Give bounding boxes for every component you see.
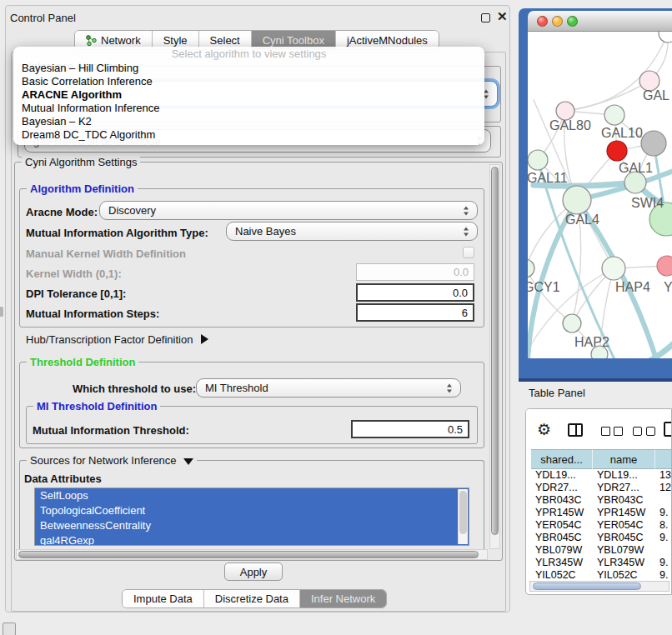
network-node[interactable] [641, 131, 666, 156]
list-scrollbar-thumb[interactable] [459, 491, 467, 534]
settings-vertical-scrollbar-thumb[interactable] [491, 167, 499, 535]
data-attributes-list[interactable]: SelfLoopsTopologicalCoefficientBetweenne… [34, 488, 469, 546]
export-table-icon[interactable] [664, 422, 672, 437]
table-row[interactable]: YLR345WYLR345W9. [531, 557, 672, 569]
table-cell[interactable]: 9. [655, 532, 672, 544]
algorithm-option-basic-correlation-inference[interactable]: Basic Correlation Inference [13, 75, 484, 88]
table-row[interactable]: YBL079WYBL079W [531, 544, 672, 557]
table-cell[interactable]: YBL079W [531, 544, 593, 557]
split-columns-icon[interactable] [568, 423, 583, 437]
list-scrollbar[interactable] [458, 489, 468, 544]
table-cell[interactable]: 9. [655, 569, 672, 582]
algorithm-option-aracne-algorithm[interactable]: ARACNE Algorithm [13, 88, 484, 102]
mi-type-combobox[interactable]: Naive Bayes [226, 222, 478, 241]
table-cell[interactable]: YBR043C [531, 494, 593, 507]
aracne-mode-combobox[interactable]: Discovery [99, 201, 478, 220]
select-all-icon[interactable] [614, 427, 623, 436]
kernel-width-field[interactable]: 0.0 [356, 263, 474, 281]
deselect-all-icon[interactable] [633, 427, 642, 436]
table-cell[interactable]: YDR27... [593, 482, 655, 494]
tab-infer-network[interactable]: Infer Network [299, 590, 386, 608]
network-node-gal11[interactable] [528, 150, 548, 170]
data-attribute-item-gal4rgexp[interactable]: gal4RGexp [35, 533, 469, 546]
close-icon[interactable]: ✕ [497, 9, 508, 24]
table-cell[interactable]: YPR145W [593, 507, 655, 519]
table-cell[interactable] [655, 544, 672, 557]
table-cell[interactable]: YBR045C [531, 532, 593, 544]
mi-threshold-field[interactable]: 0.5 [351, 420, 469, 438]
collapsed-arrow-icon[interactable] [201, 334, 208, 344]
table-cell[interactable] [655, 494, 672, 507]
table-horizontal-scrollbar-thumb[interactable] [533, 582, 641, 590]
table-column-header-shared[interactable]: shared... [531, 449, 593, 469]
hub-definition-toggle[interactable]: Hub/Transcription Factor Definition [26, 333, 208, 346]
which-threshold-combobox[interactable]: MI Threshold [196, 378, 461, 398]
algorithm-option-bayesian-k2[interactable]: Bayesian – K2 [13, 115, 484, 128]
table-column-header-name[interactable]: name [593, 449, 655, 469]
table-cell[interactable]: YER054C [593, 519, 655, 532]
select-all-icon[interactable] [601, 427, 610, 436]
table-cell[interactable]: 9. [655, 557, 672, 569]
table-cell[interactable]: YER054C [531, 519, 593, 532]
table-cell[interactable]: YDR27... [531, 482, 593, 494]
table-cell[interactable]: YPR145W [531, 507, 593, 519]
table-cell[interactable]: 8. [655, 519, 672, 532]
network-node-gal80[interactable] [556, 102, 574, 120]
tab-discretize-data[interactable]: Discretize Data [203, 590, 299, 608]
table-row[interactable]: YDL19...YDL19...13 [531, 469, 672, 482]
algorithm-option-dream8-dc-tdc-algorithm[interactable]: Dream8 DC_TDC Algorithm [13, 128, 484, 142]
float-window-icon[interactable] [481, 13, 490, 22]
corner-button[interactable] [3, 622, 16, 635]
network-node-y[interactable] [657, 256, 672, 276]
table-row[interactable]: YPR145WYPR145W9. [531, 507, 672, 519]
table-cell[interactable]: YLR345W [531, 557, 593, 569]
network-node[interactable] [607, 141, 627, 161]
table-cell[interactable]: 9. [655, 507, 672, 519]
table-cell[interactable]: YDL19... [593, 469, 655, 482]
manual-kernel-checkbox[interactable] [463, 247, 474, 258]
table-cell[interactable]: YBL079W [593, 544, 655, 557]
settings-horizontal-scrollbar-thumb[interactable] [18, 551, 479, 558]
table-row[interactable]: YDR27...YDR27...12 [531, 482, 672, 494]
settings-vertical-scrollbar[interactable] [489, 164, 500, 549]
algorithm-option-bayesian-hill-climbing[interactable]: Bayesian – Hill Climbing [13, 62, 484, 75]
table-row[interactable]: YIL052CYIL052C9. [531, 569, 672, 582]
table-horizontal-scrollbar[interactable] [529, 581, 669, 592]
expanded-arrow-icon[interactable] [183, 458, 193, 465]
table-cell[interactable]: YIL052C [531, 569, 593, 582]
table-cell[interactable]: 12 [655, 482, 672, 494]
data-attribute-item-betweennesscentrality[interactable]: BetweennessCentrality [35, 518, 469, 533]
table-row[interactable]: YBR045CYBR045C9. [531, 532, 672, 544]
table-row[interactable]: YBR043CYBR043C [531, 494, 672, 507]
table-cell[interactable]: YDL19... [531, 469, 593, 482]
close-traffic-light-icon[interactable] [537, 16, 548, 27]
minimize-traffic-light-icon[interactable] [552, 16, 563, 27]
table-column-header-a[interactable]: A [655, 449, 672, 469]
algorithm-option-mutual-information-inference[interactable]: Mutual Information Inference [13, 102, 484, 115]
deselect-all-icon[interactable] [646, 427, 655, 436]
network-window-titlebar[interactable] [528, 11, 672, 32]
dpi-tolerance-field[interactable]: 0.0 [356, 283, 474, 302]
network-canvas[interactable]: GALGAL80GAL10GAL11GAL1SWI4GAL4GCY1HAP4YH… [528, 32, 672, 358]
network-node[interactable] [591, 346, 608, 358]
data-attribute-item-topologicalcoefficient[interactable]: TopologicalCoefficient [35, 503, 469, 518]
mi-steps-field[interactable]: 6 [356, 303, 474, 322]
table-cell[interactable]: YLR345W [593, 557, 655, 569]
network-node[interactable] [659, 32, 672, 42]
network-node-gal4[interactable] [563, 186, 591, 214]
network-node-gcy1[interactable] [528, 259, 534, 278]
table-cell[interactable]: 13 [655, 469, 672, 482]
gear-icon[interactable]: ⚙ [537, 422, 551, 438]
table-cell[interactable]: YBR045C [593, 532, 655, 544]
panel-splitter-handle[interactable] [0, 307, 3, 317]
network-node-hap4[interactable] [602, 257, 625, 280]
data-attribute-item-selfloops[interactable]: SelfLoops [35, 488, 469, 503]
apply-button[interactable]: Apply [224, 562, 283, 581]
settings-horizontal-scrollbar[interactable] [16, 549, 488, 560]
table-row[interactable]: YER054CYER054C8. [531, 519, 672, 532]
tab-impute-data[interactable]: Impute Data [123, 590, 203, 608]
network-node-hap2[interactable] [563, 314, 581, 332]
table-cell[interactable]: YBR043C [593, 494, 655, 507]
table-cell[interactable]: YIL052C [593, 569, 655, 582]
sources-legend[interactable]: Sources for Network Inference [27, 454, 197, 467]
